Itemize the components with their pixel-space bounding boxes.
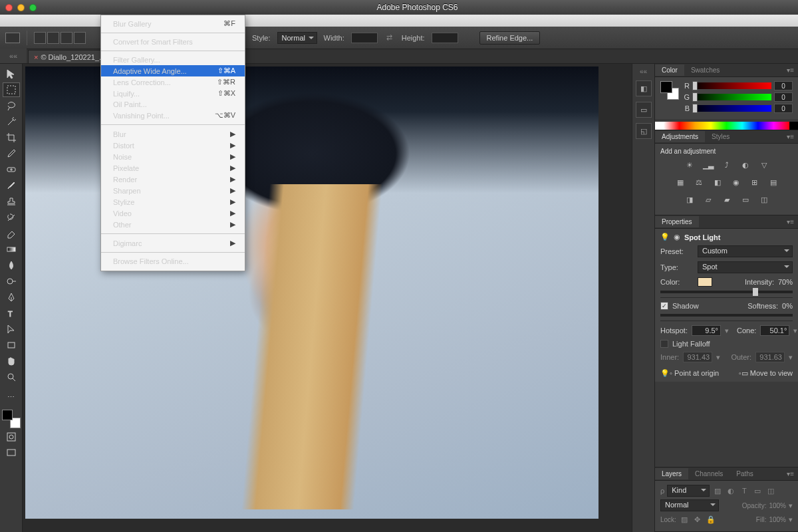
bw-icon[interactable]: ◧ [711, 176, 724, 188]
cone-field[interactable] [760, 325, 789, 336]
quickmask-toggle[interactable] [3, 430, 20, 444]
balance-icon[interactable]: ⚖ [692, 176, 706, 188]
menu-item-blur-gallery[interactable]: Blur Gallery⌘F [101, 18, 245, 29]
selection-mode-group[interactable] [34, 32, 86, 44]
height-field[interactable] [432, 33, 458, 43]
color-ramp[interactable] [655, 122, 798, 130]
brightness-icon[interactable]: ☀ [683, 159, 696, 171]
invert-icon[interactable]: ◨ [683, 194, 696, 205]
curves-icon[interactable]: ⤴ [720, 159, 733, 171]
path-select-tool[interactable] [3, 322, 20, 336]
g-slider[interactable] [692, 94, 771, 100]
menu-item-stylize[interactable]: Stylize▶ [101, 196, 245, 207]
eyedropper-tool[interactable] [3, 146, 20, 161]
tab-channels[interactable]: Channels [688, 468, 730, 479]
history-brush-tool[interactable] [3, 210, 20, 225]
screenmode-toggle[interactable] [3, 446, 20, 460]
menu-item-convert-for-smart-filters[interactable]: Convert for Smart Filters [101, 37, 245, 47]
marquee-tool[interactable] [3, 82, 20, 97]
lasso-tool[interactable] [3, 98, 20, 113]
tab-styles[interactable]: Styles [705, 131, 736, 142]
actions-panel-icon[interactable]: ▭ [636, 102, 652, 118]
info-panel-icon[interactable]: ◱ [636, 123, 652, 139]
channel-mixer-icon[interactable]: ⊞ [748, 176, 761, 188]
panel-menu-icon[interactable]: ▾≡ [783, 470, 798, 477]
heal-tool[interactable] [3, 162, 20, 177]
tab-adjustments[interactable]: Adjustments [655, 131, 705, 142]
dodge-tool[interactable] [3, 274, 20, 289]
softness-slider[interactable] [660, 314, 793, 317]
r-slider[interactable] [692, 82, 771, 89]
link-icon[interactable]: ⇄ [384, 33, 395, 43]
levels-icon[interactable]: ▁▃ [702, 159, 715, 171]
pen-tool[interactable] [3, 290, 20, 305]
filter-pixel-icon[interactable]: ▨ [712, 485, 723, 496]
g-value[interactable] [774, 92, 793, 102]
eraser-tool[interactable] [3, 226, 20, 241]
tab-properties[interactable]: Properties [655, 216, 699, 227]
close-tab-icon[interactable]: × [34, 53, 38, 61]
edit-toolbar-icon[interactable]: ⋯ [3, 390, 20, 404]
b-value[interactable] [774, 104, 793, 113]
lock-position-icon[interactable]: ✥ [692, 514, 703, 525]
r-value[interactable] [774, 81, 793, 90]
tab-paths[interactable]: Paths [730, 468, 760, 479]
preset-dropdown[interactable]: Custom [698, 245, 793, 257]
menu-item-distort[interactable]: Distort▶ [101, 140, 245, 151]
move-to-view-button[interactable]: ◦▭ Move to view [739, 369, 793, 378]
menu-item-oil-paint[interactable]: Oil Paint... [101, 99, 245, 110]
tabbar-handle[interactable]: «« [0, 49, 27, 63]
document-tab[interactable]: × © Diallo_120221_... [28, 50, 111, 63]
hue-icon[interactable]: ▦ [674, 176, 687, 188]
dock-handle[interactable]: «« [640, 68, 647, 75]
color-swatch-mini[interactable] [660, 81, 679, 100]
panel-menu-icon[interactable]: ▾≡ [783, 133, 798, 140]
filter-adjust-icon[interactable]: ◐ [726, 485, 736, 496]
menu-item-filter-gallery[interactable]: Filter Gallery... [101, 55, 245, 65]
hotspot-field[interactable] [692, 325, 721, 336]
tab-swatches[interactable]: Swatches [684, 65, 726, 76]
type-dropdown[interactable]: Spot [698, 261, 793, 273]
tab-color[interactable]: Color [655, 65, 684, 76]
shadow-checkbox[interactable]: ✓ [660, 302, 668, 310]
stamp-tool[interactable] [3, 194, 20, 209]
minimize-window-button[interactable] [17, 4, 25, 11]
width-field[interactable] [351, 33, 378, 43]
layer-kind-dropdown[interactable]: Kind [667, 485, 710, 497]
tool-preset-picker[interactable] [5, 33, 20, 43]
photo-filter-icon[interactable]: ◉ [730, 176, 743, 188]
lookup-icon[interactable]: ▤ [767, 176, 780, 188]
menu-item-browse-filters-online[interactable]: Browse Filters Online... [101, 256, 245, 267]
panel-menu-icon[interactable]: ▾≡ [783, 66, 798, 74]
intensity-slider[interactable] [660, 291, 793, 293]
light-color-swatch[interactable] [698, 277, 712, 287]
posterize-icon[interactable]: ▱ [702, 194, 715, 205]
refine-edge-button[interactable]: Refine Edge... [479, 31, 541, 45]
fill-value[interactable]: 100% [769, 516, 786, 523]
crop-tool[interactable] [3, 130, 20, 145]
gradient-tool[interactable] [3, 242, 20, 257]
history-panel-icon[interactable]: ◧ [636, 80, 652, 96]
menu-item-other[interactable]: Other▶ [101, 219, 245, 230]
vibrance-icon[interactable]: ▽ [757, 159, 771, 171]
filter-shape-icon[interactable]: ▭ [752, 485, 763, 496]
menu-item-vanishing-point[interactable]: Vanishing Point...⌥⌘V [101, 110, 245, 121]
falloff-checkbox[interactable] [660, 340, 668, 348]
filter-smart-icon[interactable]: ◫ [765, 485, 776, 496]
menu-item-adaptive-wide-angle[interactable]: Adaptive Wide Angle...⇧⌘A [101, 65, 245, 76]
filter-type-icon[interactable]: T [739, 485, 749, 496]
threshold-icon[interactable]: ▰ [720, 194, 733, 205]
close-window-button[interactable] [5, 4, 13, 11]
lock-pixels-icon[interactable]: ▨ [679, 514, 690, 525]
menu-item-liquify[interactable]: Liquify...⇧⌘X [101, 88, 245, 99]
blend-mode-dropdown[interactable]: Normal [660, 499, 719, 511]
panel-menu-icon[interactable]: ▾≡ [783, 218, 798, 225]
move-tool[interactable] [3, 66, 20, 81]
brush-tool[interactable] [3, 178, 20, 193]
menu-item-render[interactable]: Render▶ [101, 174, 245, 185]
hand-tool[interactable] [3, 354, 20, 368]
wand-tool[interactable] [3, 114, 20, 129]
menu-item-blur[interactable]: Blur▶ [101, 128, 245, 140]
style-dropdown[interactable]: Normal [277, 32, 317, 44]
gradient-map-icon[interactable]: ▭ [739, 194, 752, 205]
